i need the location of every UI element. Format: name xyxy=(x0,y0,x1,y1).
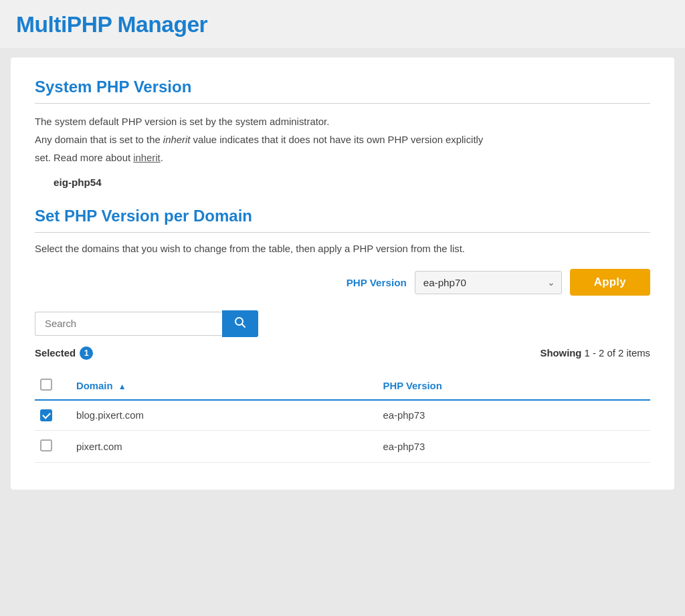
row-php-version: ea-php73 xyxy=(374,400,650,431)
selected-text: Selected xyxy=(35,348,76,358)
showing-text: Showing xyxy=(540,348,581,358)
col-header-php-version: PHP Version xyxy=(374,372,650,400)
row-checkbox[interactable] xyxy=(40,409,52,421)
set-php-description: Select the domains that you wish to chan… xyxy=(35,243,650,254)
row-check-cell xyxy=(35,431,67,463)
table-body: blog.pixert.comea-php73pixert.comea-php7… xyxy=(35,400,650,463)
selected-badge: 1 xyxy=(80,346,93,360)
col-header-domain[interactable]: Domain ▲ xyxy=(67,372,374,400)
row-checkbox[interactable] xyxy=(40,439,52,451)
svg-line-1 xyxy=(242,324,246,328)
system-php-section: System PHP Version The system default PH… xyxy=(35,78,650,188)
search-row xyxy=(35,310,650,337)
system-php-desc3: set. Read more about inherit. xyxy=(35,150,650,166)
search-icon xyxy=(234,316,246,331)
php-version-select[interactable]: ea-php54 ea-php55 ea-php56 ea-php70 ea-p… xyxy=(415,271,562,294)
system-php-version-value: eig-php54 xyxy=(54,177,650,188)
table-header: Domain ▲ PHP Version xyxy=(35,372,650,400)
php-version-label: PHP Version xyxy=(347,277,407,288)
inherit-link[interactable]: inherit xyxy=(133,152,161,163)
page-header: MultiPHP Manager xyxy=(0,0,685,48)
col-header-check xyxy=(35,372,67,400)
row-check-cell xyxy=(35,400,67,431)
desc3-suffix: set. Read more about xyxy=(35,152,133,163)
system-php-title: System PHP Version xyxy=(35,78,650,96)
showing-label: Showing 1 - 2 of 2 items xyxy=(540,348,650,358)
system-php-desc2: Any domain that is set to the inherit va… xyxy=(35,132,650,148)
col-domain-label: Domain xyxy=(76,381,113,391)
system-php-desc1: The system default PHP version is set by… xyxy=(35,114,650,130)
search-button[interactable] xyxy=(222,310,258,337)
showing-range: 1 - 2 of 2 items xyxy=(585,348,650,358)
main-card: System PHP Version The system default PH… xyxy=(11,58,674,490)
table-row: pixert.comea-php73 xyxy=(35,431,650,463)
sort-icon: ▲ xyxy=(118,382,126,391)
table-meta-row: Selected 1 Showing 1 - 2 of 2 items xyxy=(35,346,650,360)
selected-label-group: Selected 1 xyxy=(35,346,93,360)
desc2-middle: value indicates that it does not have it… xyxy=(190,134,483,145)
domain-table: Domain ▲ PHP Version blog.pixert.comea-p… xyxy=(35,372,650,463)
desc2-prefix: Any domain that is set to the xyxy=(35,134,163,145)
php-version-row: PHP Version ea-php54 ea-php55 ea-php56 e… xyxy=(35,269,650,296)
php-version-select-wrapper: ea-php54 ea-php55 ea-php56 ea-php70 ea-p… xyxy=(415,271,562,294)
inherit-italic: inherit xyxy=(163,134,191,145)
search-input[interactable] xyxy=(35,312,222,336)
set-php-section: Set PHP Version per Domain Select the do… xyxy=(35,207,650,463)
system-php-divider xyxy=(35,103,650,104)
row-php-version: ea-php73 xyxy=(374,431,650,463)
set-php-divider xyxy=(35,232,650,233)
set-php-title: Set PHP Version per Domain xyxy=(35,207,650,225)
apply-button[interactable]: Apply xyxy=(570,269,650,296)
row-domain: blog.pixert.com xyxy=(67,400,374,431)
select-all-checkbox[interactable] xyxy=(40,379,52,391)
table-row: blog.pixert.comea-php73 xyxy=(35,400,650,431)
page-title: MultiPHP Manager xyxy=(16,12,669,37)
table-header-row: Domain ▲ PHP Version xyxy=(35,372,650,400)
row-domain: pixert.com xyxy=(67,431,374,463)
